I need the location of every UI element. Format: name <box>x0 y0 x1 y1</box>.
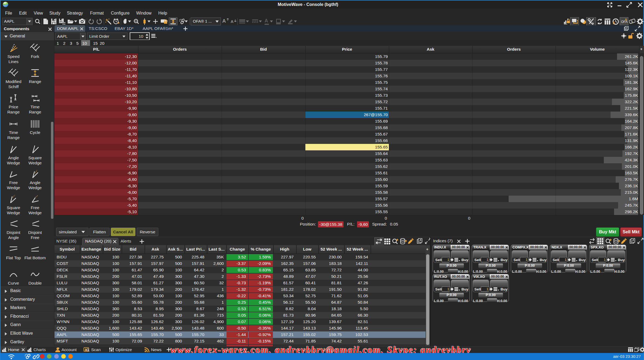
svg-text:$: $ <box>631 20 633 23</box>
svg-text:$: $ <box>613 21 615 25</box>
